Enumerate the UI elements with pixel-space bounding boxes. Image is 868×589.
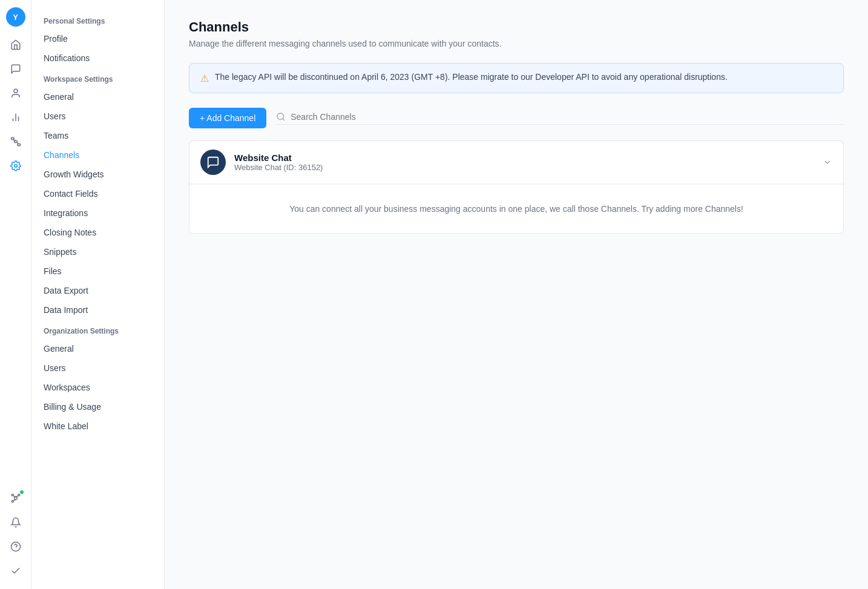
contacts-icon[interactable]	[5, 82, 27, 104]
svg-point-11	[18, 494, 19, 496]
svg-rect-6	[18, 144, 21, 146]
integrations-bottom-icon[interactable]	[5, 487, 27, 509]
toolbar: + Add Channel	[189, 108, 844, 128]
svg-point-12	[12, 494, 13, 496]
nav-item-files[interactable]: Files	[31, 262, 164, 281]
status-bottom-icon[interactable]	[5, 560, 27, 582]
nav-item-users-ws[interactable]: Users	[31, 107, 164, 126]
main-content: Channels Manage the different messaging …	[165, 0, 868, 589]
nav-item-notifications[interactable]: Notifications	[31, 48, 164, 68]
hierarchy-icon[interactable]	[5, 131, 27, 153]
search-wrapper	[276, 112, 844, 125]
svg-line-15	[16, 496, 18, 497]
nav-item-workspaces[interactable]: Workspaces	[31, 378, 164, 397]
nav-item-contact-fields[interactable]: Contact Fields	[31, 184, 164, 203]
nav-item-integrations[interactable]: Integrations	[31, 203, 164, 223]
svg-line-7	[12, 139, 15, 140]
svg-rect-4	[11, 137, 14, 139]
channel-list: Website Chat Website Chat (ID: 36152) Yo…	[189, 140, 844, 234]
svg-point-9	[14, 165, 17, 168]
nav-item-general-org[interactable]: General	[31, 339, 164, 358]
svg-line-16	[13, 499, 16, 501]
nav-item-snippets[interactable]: Snippets	[31, 242, 164, 262]
nav-item-users-org[interactable]: Users	[31, 358, 164, 378]
page-title: Channels	[189, 19, 844, 35]
home-icon[interactable]	[5, 34, 27, 56]
search-input[interactable]	[291, 112, 844, 122]
nav-item-data-import[interactable]: Data Import	[31, 300, 164, 320]
nav-item-data-export[interactable]: Data Export	[31, 281, 164, 300]
svg-point-13	[12, 501, 13, 502]
nav-item-billing[interactable]: Billing & Usage	[31, 397, 164, 416]
svg-line-14	[13, 496, 16, 497]
channel-expand-button[interactable]	[823, 157, 832, 167]
nav-item-general-ws[interactable]: General	[31, 87, 164, 107]
svg-line-20	[283, 119, 284, 120]
channel-name: Website Chat	[234, 153, 814, 163]
workspace-settings-title: Workspace Settings	[31, 68, 164, 87]
channel-item: Website Chat Website Chat (ID: 36152)	[189, 141, 843, 184]
warning-icon: ⚠	[200, 73, 209, 84]
user-avatar[interactable]: Y	[6, 7, 25, 27]
reports-icon[interactable]	[5, 107, 27, 128]
nav-item-white-label[interactable]: White Label	[31, 416, 164, 436]
nav-item-teams[interactable]: Teams	[31, 126, 164, 145]
page-subtitle: Manage the different messaging channels …	[189, 39, 844, 48]
organization-settings-title: Organization Settings	[31, 320, 164, 339]
nav-item-closing-notes[interactable]: Closing Notes	[31, 223, 164, 242]
settings-nav-icon[interactable]	[5, 155, 27, 177]
nav-sidebar: Personal Settings Profile Notifications …	[31, 0, 165, 589]
channel-id: Website Chat (ID: 36152)	[234, 163, 814, 172]
svg-point-19	[277, 113, 284, 120]
help-bottom-icon[interactable]	[5, 536, 27, 558]
svg-point-10	[14, 497, 17, 500]
info-text: You can connect all your business messag…	[189, 184, 843, 233]
nav-item-growth-widgets[interactable]: Growth Widgets	[31, 165, 164, 184]
svg-rect-5	[14, 141, 17, 143]
nav-item-profile[interactable]: Profile	[31, 29, 164, 48]
svg-point-0	[14, 89, 18, 93]
chat-icon[interactable]	[5, 58, 27, 80]
channel-info: Website Chat Website Chat (ID: 36152)	[234, 153, 814, 172]
personal-settings-title: Personal Settings	[31, 10, 164, 29]
warning-banner: ⚠ The legacy API will be discontinued on…	[189, 63, 844, 93]
channel-avatar	[200, 150, 226, 175]
notifications-bottom-icon[interactable]	[5, 512, 27, 533]
icon-sidebar: Y	[0, 0, 31, 589]
search-icon	[276, 112, 286, 122]
warning-text: The legacy API will be discontinued on A…	[215, 72, 728, 82]
nav-item-channels[interactable]: Channels	[31, 145, 164, 165]
add-channel-button[interactable]: + Add Channel	[189, 108, 266, 128]
